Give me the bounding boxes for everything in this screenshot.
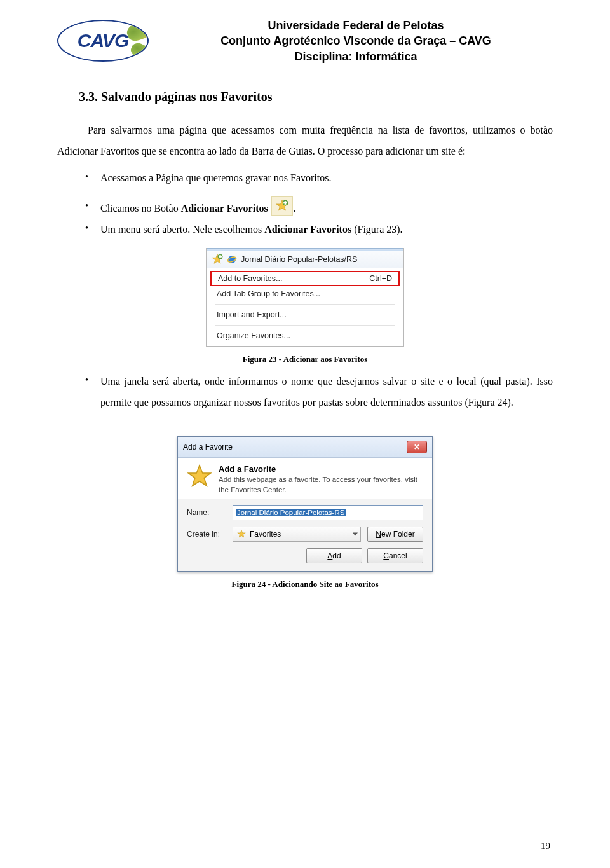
create-in-label: Create in:	[187, 530, 226, 539]
chevron-down-icon	[353, 533, 358, 536]
favorites-dropdown-menu: Add to Favorites... Ctrl+D Add Tab Group…	[207, 268, 403, 346]
step-access-page: Acessamos a Página que queremos gravar n…	[57, 167, 553, 189]
ie-icon	[227, 254, 237, 265]
figure-23-caption: Figura 23 - Adicionar aos Favoritos	[57, 354, 553, 364]
new-folder-button[interactable]: New Folder	[367, 527, 423, 542]
figure-24-wrapper: Add a Favorite ✕ Add a Favorite Add this…	[57, 436, 553, 572]
menu-separator	[215, 304, 395, 305]
name-label: Name:	[187, 508, 226, 517]
create-in-value: Favorites	[250, 530, 281, 539]
menu-import-export[interactable]: Import and Export...	[207, 307, 403, 322]
figure-24-add-favorite-dialog: Add a Favorite ✕ Add a Favorite Add this…	[177, 436, 433, 572]
close-icon: ✕	[414, 443, 420, 451]
dialog-heading: Add a Favorite	[219, 464, 423, 474]
step-dialog-opens: Uma janela será aberta, onde informamos …	[57, 371, 553, 413]
page-number: 19	[541, 841, 550, 851]
add-favorites-icon	[271, 196, 293, 216]
section-title: 3.3. Salvando páginas nos Favoritos	[79, 90, 553, 104]
name-field[interactable]: Jornal Diário Popular-Pelotas-RS	[233, 505, 423, 520]
step-click-add-favorites: Clicamos no Botão Adicionar Favoritos .	[57, 196, 553, 219]
favorite-star-icon	[187, 464, 212, 490]
figure-23-favorites-menu: Jornal Diário Popular-Pelotas/RS Add to …	[206, 248, 404, 347]
dialog-title-text: Add a Favorite	[183, 443, 233, 451]
create-in-combobox[interactable]: Favorites	[233, 527, 361, 542]
browser-tab-title[interactable]: Jornal Diário Popular-Pelotas/RS	[241, 255, 357, 264]
steps-list-1: Acessamos a Página que queremos gravar n…	[57, 167, 553, 189]
step-menu-opens: Um menu será aberto. Nele escolhemos Adi…	[57, 219, 553, 240]
menu-add-to-favorites[interactable]: Add to Favorites... Ctrl+D	[210, 271, 400, 286]
dialog-titlebar: Add a Favorite ✕	[178, 437, 432, 458]
star-plus-icon[interactable]	[212, 254, 223, 265]
steps-list-2: Clicamos no Botão Adicionar Favoritos . …	[57, 196, 553, 240]
menu-add-tab-group[interactable]: Add Tab Group to Favorites...	[207, 286, 403, 301]
page-header: CAVG Universidade Federal de Pelotas Con…	[57, 18, 553, 64]
dialog-description: Add this webpage as a favorite. To acces…	[219, 475, 423, 495]
steps-list-3: Uma janela será aberta, onde informamos …	[57, 371, 553, 413]
menu-organize-favorites[interactable]: Organize Favorites...	[207, 328, 403, 343]
add-button[interactable]: Add	[306, 548, 362, 563]
header-institution-text: Universidade Federal de Pelotas Conjunto…	[159, 18, 553, 64]
shortcut-text: Ctrl+D	[369, 274, 392, 283]
browser-tab-bar: Jornal Diário Popular-Pelotas/RS	[207, 251, 403, 268]
cavg-logo: CAVG	[57, 20, 149, 62]
menu-separator	[215, 325, 395, 326]
dialog-heading-block: Add a Favorite Add this webpage as a fav…	[219, 464, 423, 495]
name-field-value: Jornal Diário Popular-Pelotas-RS	[236, 509, 346, 516]
logo-text: CAVG	[78, 31, 128, 50]
close-button[interactable]: ✕	[407, 441, 427, 453]
cancel-button[interactable]: Cancel	[367, 548, 423, 563]
favorites-folder-icon	[237, 530, 246, 539]
intro-paragraph: Para salvarmos uma página que acessamos …	[57, 120, 553, 162]
figure-24-caption: Figura 24 - Adicionando Site ao Favorito…	[57, 579, 553, 589]
